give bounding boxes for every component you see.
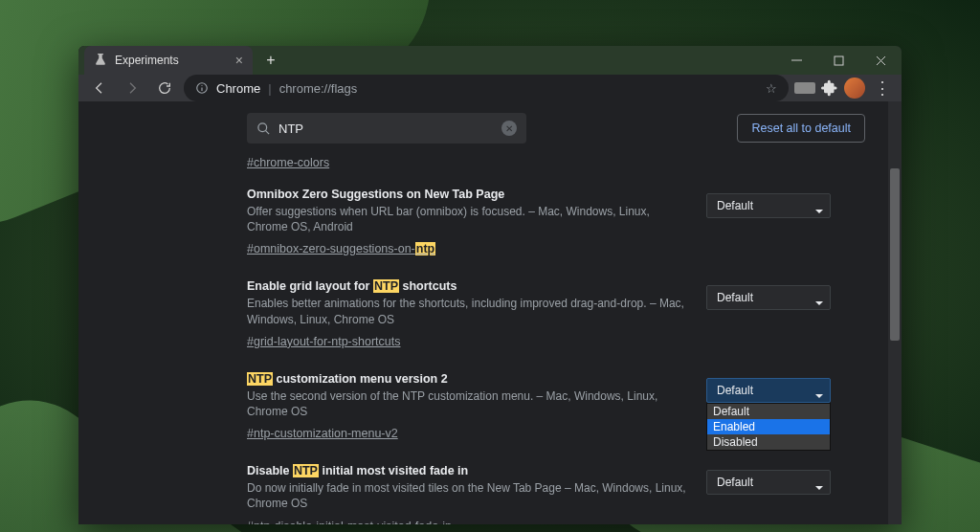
profile-avatar[interactable] xyxy=(844,78,865,99)
svg-point-2 xyxy=(258,122,267,131)
maximize-button[interactable] xyxy=(817,46,859,75)
dropdown-option[interactable]: Disabled xyxy=(707,434,830,450)
flag-row: NTP customization menu version 2Use the … xyxy=(247,355,831,447)
toolbar: Chrome | chrome://flags ☆ ⋮ xyxy=(78,75,902,101)
flag-row: Disable NTP initial most visited fade in… xyxy=(247,447,831,524)
search-input[interactable] xyxy=(278,122,494,136)
flag-description: Do now initially fade in most visited ti… xyxy=(247,480,687,511)
flag-anchor[interactable]: #ntp-customization-menu-v2 xyxy=(247,427,398,440)
address-bar[interactable]: Chrome | chrome://flags ☆ xyxy=(184,75,789,101)
flag-anchor[interactable]: #omnibox-zero-suggestions-on-ntp xyxy=(247,242,435,255)
dropdown-option[interactable]: Enabled xyxy=(707,419,830,434)
close-window-button[interactable] xyxy=(859,46,902,75)
window-controls xyxy=(775,46,902,75)
flag-link[interactable]: #chrome-colors xyxy=(247,156,329,169)
flag-title: NTP customization menu version 2 xyxy=(247,372,687,386)
flag-row: Enable grid layout for NTP shortcutsEnab… xyxy=(247,262,831,354)
chrome-menu-button[interactable]: ⋮ xyxy=(871,78,894,99)
reset-all-button[interactable]: Reset all to default xyxy=(737,114,865,143)
flag-description: Use the second version of the NTP custom… xyxy=(247,388,687,419)
flag-description: Enables better animations for the shortc… xyxy=(247,296,687,326)
flag-title: Omnibox Zero Suggestions on New Tab Page xyxy=(247,188,687,201)
flag-select[interactable]: Default xyxy=(706,470,831,495)
dropdown-option[interactable]: Default xyxy=(707,404,830,419)
flag-title: Disable NTP initial most visited fade in xyxy=(247,464,687,477)
new-tab-button[interactable]: + xyxy=(258,48,283,73)
flag-anchor[interactable]: #ntp-disable-initial-most-visited-fade-i… xyxy=(247,520,452,525)
flag-description: Offer suggestions when URL bar (omnibox)… xyxy=(247,204,687,234)
page-content: ✕ Reset all to default #chrome-colors Om… xyxy=(78,101,902,524)
svg-rect-0 xyxy=(835,56,843,65)
bookmark-star-icon[interactable]: ☆ xyxy=(766,81,777,96)
vertical-scrollbar[interactable] xyxy=(888,101,902,524)
flag-select[interactable]: Default xyxy=(706,378,831,403)
flask-icon xyxy=(94,54,107,67)
scrollbar-thumb[interactable] xyxy=(890,168,900,341)
flag-dropdown[interactable]: DefaultEnabledDisabled xyxy=(706,403,831,451)
flags-search[interactable]: ✕ xyxy=(247,113,526,144)
extensions-icon[interactable] xyxy=(821,79,838,97)
forward-button[interactable] xyxy=(119,75,145,101)
reload-button[interactable] xyxy=(151,75,178,101)
flag-anchor[interactable]: #grid-layout-for-ntp-shortcuts xyxy=(247,335,400,348)
url-path: chrome://flags xyxy=(279,81,358,96)
tab-title: Experiments xyxy=(115,54,228,67)
close-tab-icon[interactable]: × xyxy=(235,54,243,67)
search-icon xyxy=(256,122,271,136)
flag-select[interactable]: Default xyxy=(706,193,831,218)
tab-experiments[interactable]: Experiments × xyxy=(84,46,253,75)
flag-select[interactable]: Default xyxy=(706,285,831,310)
tab-strip: Experiments × + xyxy=(78,46,902,75)
clear-search-icon[interactable]: ✕ xyxy=(501,121,517,136)
flag-row: Omnibox Zero Suggestions on New Tab Page… xyxy=(247,170,831,262)
browser-window: Experiments × + Chrome | chrome://flags … xyxy=(78,46,902,524)
chip-icon[interactable] xyxy=(794,82,815,94)
back-button[interactable] xyxy=(86,75,113,101)
url-prefix: Chrome xyxy=(216,81,260,96)
site-info-icon xyxy=(195,81,209,95)
flag-title: Enable grid layout for NTP shortcuts xyxy=(247,279,687,293)
minimize-button[interactable] xyxy=(775,46,817,75)
